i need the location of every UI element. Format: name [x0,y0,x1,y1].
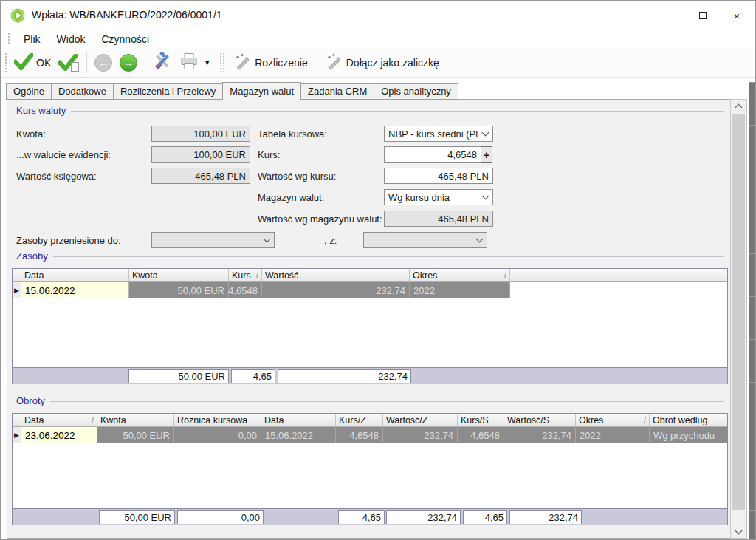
zasoby-header-kurs[interactable]: Kurs/ [229,269,262,282]
forward-button[interactable]: → [116,52,141,74]
obroty-cell-obrot-wedlug[interactable]: Wg przychodu [650,427,727,443]
kurs-waluty-group-title: Kurs waluty [16,105,66,116]
zasoby-cell-okres[interactable]: 2022 [410,282,510,298]
menu-bar: Plik Widok Czynności [1,30,755,48]
dolacz-jako-zaliczke-label: Dołącz jako zaliczkę [346,57,439,69]
obroty-header-wartosc-s[interactable]: Wartość/S [504,414,576,427]
kurs-plus-button[interactable]: + [481,146,492,163]
chevron-down-icon [482,192,489,199]
zasoby-przeniesione-label: Zasoby przeniesione do: [16,235,121,246]
obroty-header-kurs-s[interactable]: Kurs/S [458,414,504,427]
obroty-summary-kurs-s: 4,65 [463,510,507,524]
tools-button[interactable] [149,49,176,75]
wand-icon [234,52,252,72]
kurs-input[interactable]: 4,6548 [384,146,481,163]
zasoby-table: Data Kwota Kurs/ Wartość Okres/ ▶ 15.06.… [12,268,728,384]
zasoby-header-okres[interactable]: Okres/ [410,269,510,282]
obroty-table: Data/ Kwota Różnica kursowa Data Kurs/Z … [12,413,728,525]
toolbar-grip-handle[interactable] [5,53,7,72]
obroty-header-data[interactable]: Data/ [21,414,97,427]
obroty-header-kurs-z[interactable]: Kurs/Z [336,414,383,427]
z-label: , z: [324,235,337,246]
zasoby-header-wartosc[interactable]: Wartość [262,269,410,282]
menu-czynnosci[interactable]: Czynności [93,32,157,47]
zasoby-cell-data[interactable]: 15.06.2022 [21,282,129,298]
kurs-label: Kurs: [258,149,280,160]
minimize-button[interactable] [652,1,686,30]
maximize-button[interactable] [686,1,720,30]
zasoby-group-title: Zasoby [16,250,48,262]
menu-grip-handle[interactable] [8,33,10,45]
scrollbar-thumb[interactable] [732,114,745,510]
magazyn-walut-label: Magazyn walut: [258,192,324,203]
obroty-cell-data2[interactable]: 15.06.2022 [261,427,336,443]
print-button[interactable]: ▼ [176,50,214,75]
obroty-cell-kurs-s[interactable]: 4,6548 [458,427,504,443]
wartosc-wg-kursu-input[interactable]: 465,48 PLN [384,168,493,184]
zasoby-cell-kwota[interactable]: 50,00 EUR [129,282,229,298]
ok-button[interactable]: OK [10,51,55,75]
zasoby-group-header: Zasoby [16,250,724,262]
chevron-down-icon [476,235,484,242]
obroty-cell-kwota[interactable]: 50,00 EUR [97,427,174,443]
row-marker-icon: ▶ [14,287,19,294]
kwota-field: 100,00 EUR [151,126,250,142]
menu-plik[interactable]: Plik [16,32,49,47]
zasoby-header-data[interactable]: Data [21,269,129,282]
right-edge-strip [749,82,756,540]
print-dropdown-arrow-icon[interactable]: ▼ [204,59,210,66]
chevron-up-icon [735,103,743,111]
toolbar-band-separator[interactable] [220,53,224,72]
tab-dodatkowe[interactable]: Dodatkowe [51,83,114,100]
chevron-down-icon [264,235,271,242]
tabela-kursowa-select[interactable]: NBP - kurs średni (Pl [384,126,493,142]
vertical-scrollbar[interactable] [730,99,747,539]
menu-widok[interactable]: Widok [49,32,94,47]
check-page-icon [58,54,79,72]
obroty-header-okres[interactable]: Okres/ [576,414,650,427]
obroty-header-roznica[interactable]: Różnica kursowa [174,414,261,427]
dolacz-jako-zaliczke-button[interactable]: Dołącz jako zaliczkę [322,50,443,75]
back-button[interactable]: ← [91,52,116,74]
obroty-header-data2[interactable]: Data [261,414,336,427]
scroll-down-button[interactable] [731,525,746,538]
zasoby-summary-kurs: 4,65 [231,369,275,383]
tab-ogolne[interactable]: Ogólne [6,83,52,100]
row-marker-icon: ▶ [14,431,19,439]
w-walucie-ewidencji-field: 100,00 EUR [151,146,250,163]
magazyn-walut-select[interactable]: Wg kursu dnia [384,189,493,205]
kwota-label: Kwota: [16,129,46,140]
close-button[interactable]: × [720,1,754,30]
obroty-cell-kurs-z[interactable]: 4,6548 [336,427,383,443]
scroll-up-button[interactable] [731,100,746,112]
tab-opis-analityczny[interactable]: Opis analityczny [374,83,458,100]
magazyn-walut-value: Wg kursu dnia [388,192,450,203]
chevron-down-icon [482,129,489,136]
tab-magazyn-walut[interactable]: Magazyn walut [222,82,301,100]
toolbar-separator [145,52,145,73]
zasoby-cell-wartosc[interactable]: 232,74 [262,282,410,298]
sort-asc-icon: / [256,271,258,279]
obroty-cell-roznica[interactable]: 0,00 [174,427,261,443]
obroty-header-obrot-wedlug[interactable]: Obrot wedlug [650,414,727,427]
ok-and-new-button[interactable] [55,52,83,74]
row-marker: ▶ [13,282,21,298]
obroty-header-wartosc-z[interactable]: Wartość/Z [383,414,458,427]
group-divider-line [71,111,724,112]
obroty-cell-okres[interactable]: 2022 [576,427,650,443]
obroty-cell-wartosc-s[interactable]: 232,74 [504,427,576,443]
sort-asc-icon: / [644,416,646,424]
tab-rozliczenia-i-przelewy[interactable]: Rozliczenia i Przelewy [113,83,223,100]
check-icon [14,53,33,72]
obroty-cell-data[interactable]: 23.06.2022 [21,427,97,443]
rozliczenie-button[interactable]: Rozliczenie [230,50,312,75]
forward-arrow-icon: → [120,54,137,72]
obroty-cell-wartosc-z[interactable]: 232,74 [383,427,458,443]
row-marker: ▶ [13,427,21,443]
zasoby-cell-kurs[interactable]: 4,6548 [229,282,262,298]
obroty-summary-wartosc-s: 232,74 [509,510,582,524]
obroty-header-kwota[interactable]: Kwota [97,414,174,427]
tab-zadania-crm[interactable]: Zadania CRM [300,83,374,100]
zasoby-header-kwota[interactable]: Kwota [129,269,229,282]
title-bar: Wpłata: WB/BANKEURO/2022/06/0001/1 × [1,1,755,30]
